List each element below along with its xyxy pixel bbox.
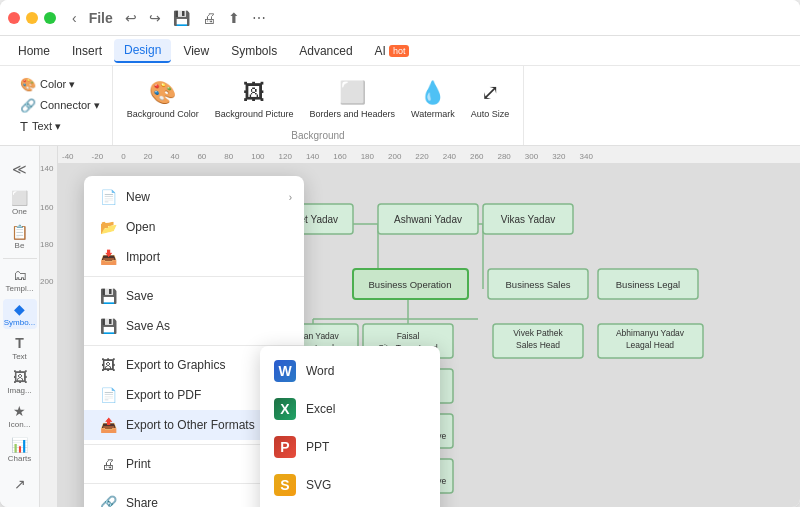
title-nav: ‹ File ↩ ↪ 💾 🖨 ⬆ ⋯	[68, 8, 270, 28]
submenu-excel[interactable]: X Excel	[260, 390, 440, 428]
export-pdf-icon: 📄	[100, 387, 116, 403]
ribbon: 🎨 Color ▾ 🔗 Connector ▾ T Text ▾	[0, 66, 800, 146]
divider-1	[84, 276, 304, 277]
sidebar-item-symbols[interactable]: ◆ Symbo...	[3, 299, 37, 329]
save-label: Save	[126, 289, 153, 303]
svg-text:Business Sales: Business Sales	[506, 279, 571, 290]
import-icon: 📥	[100, 249, 116, 265]
icons-icon: ★	[13, 403, 26, 419]
borders-tool[interactable]: ⬜ Borders and Headers	[303, 71, 401, 127]
bg-color-icon: 🎨	[149, 80, 176, 106]
content-area: -40 -20 0 20 40 60 80 100 120 140 160 18…	[40, 146, 800, 507]
print-button[interactable]: 🖨	[198, 8, 220, 28]
ribbon-format-tools: 🎨 Color ▾ 🔗 Connector ▾ T Text ▾	[16, 70, 104, 141]
sidebar-item-be[interactable]: 📋 Be	[3, 222, 37, 252]
connector-tool[interactable]: 🔗 Connector ▾	[16, 96, 104, 115]
borders-label: Borders and Headers	[309, 109, 395, 119]
ppt-app-icon: P	[274, 436, 296, 458]
maximize-button[interactable]	[44, 12, 56, 24]
file-menu-save-as[interactable]: 💾 Save As	[84, 311, 304, 341]
sidebar-item-icons[interactable]: ★ Icon...	[3, 401, 37, 431]
export-button[interactable]: ⬆	[224, 8, 244, 28]
sidebar-item-extra[interactable]: ↗	[3, 469, 37, 499]
title-bar-left: ‹ File ↩ ↪ 💾 🖨 ⬆ ⋯	[8, 8, 270, 28]
svg-label: SVG	[306, 478, 331, 492]
file-menu-new[interactable]: 📄 New ›	[84, 182, 304, 212]
file-menu-save[interactable]: 💾 Save	[84, 281, 304, 311]
redo-button[interactable]: ↪	[145, 8, 165, 28]
menu-home[interactable]: Home	[8, 40, 60, 62]
save-button[interactable]: 💾	[169, 8, 194, 28]
sidebar-item-text[interactable]: T Text	[3, 333, 37, 363]
bg-picture-tool[interactable]: 🖼 Background Picture	[209, 71, 300, 127]
svg-app-icon: S	[274, 474, 296, 496]
be-icon: 📋	[11, 224, 28, 240]
charts-icon: 📊	[11, 437, 28, 453]
sidebar-item-collapse[interactable]: ≪	[3, 154, 37, 184]
submenu-word[interactable]: W Word	[260, 352, 440, 390]
sidebar-item-templates[interactable]: 🗂 Templ...	[3, 265, 37, 295]
left-sidebar: ≪ ⬜ One 📋 Be 🗂 Templ... ◆ Symbo... T Tex…	[0, 146, 40, 507]
export-other-icon: 📤	[100, 417, 116, 433]
new-arrow: ›	[289, 192, 292, 203]
submenu-svg[interactable]: S SVG	[260, 466, 440, 504]
file-menu-import[interactable]: 📥 Import	[84, 242, 304, 272]
open-label: Open	[126, 220, 155, 234]
nav-back-button[interactable]: ‹	[68, 8, 81, 28]
title-bar: ‹ File ↩ ↪ 💾 🖨 ⬆ ⋯	[0, 0, 800, 36]
bg-color-tool[interactable]: 🎨 Background Color	[121, 71, 205, 127]
menu-symbols[interactable]: Symbols	[221, 40, 287, 62]
export-other-label: Export to Other Formats	[126, 418, 255, 432]
watermark-tool[interactable]: 💧 Watermark	[405, 71, 461, 127]
menu-view[interactable]: View	[173, 40, 219, 62]
sidebar-symbols-label: Symbo...	[4, 318, 36, 327]
open-icon: 📂	[100, 219, 116, 235]
word-label: Word	[306, 364, 334, 378]
color-icon: 🎨	[20, 77, 36, 92]
menu-advanced[interactable]: Advanced	[289, 40, 362, 62]
menu-insert[interactable]: Insert	[62, 40, 112, 62]
watermark-icon: 💧	[419, 80, 446, 106]
connector-icon: 🔗	[20, 98, 36, 113]
borders-icon: ⬜	[339, 80, 366, 106]
format-tool-group: 🎨 Color ▾ 🔗 Connector ▾ T Text ▾	[16, 75, 104, 136]
bg-color-label: Background Color	[127, 109, 199, 119]
svg-text:Business Operation: Business Operation	[369, 279, 452, 290]
close-button[interactable]	[8, 12, 20, 24]
auto-size-tool[interactable]: ⤢ Auto Size	[465, 71, 516, 127]
export-submenu: W Word X Excel P PPT S SVG H Html	[260, 346, 440, 507]
text-label: Text ▾	[32, 120, 61, 133]
excel-app-icon: X	[274, 398, 296, 420]
file-menu-open[interactable]: 📂 Open	[84, 212, 304, 242]
export-graphics-label: Export to Graphics	[126, 358, 225, 372]
color-label: Color ▾	[40, 78, 75, 91]
color-tool[interactable]: 🎨 Color ▾	[16, 75, 104, 94]
sidebar-one-label: One	[12, 207, 27, 216]
background-section-label: Background	[121, 128, 515, 141]
svg-text:Vivek Pathek: Vivek Pathek	[513, 328, 563, 338]
connector-label: Connector ▾	[40, 99, 100, 112]
menu-bar: Home Insert Design View Symbols Advanced…	[0, 36, 800, 66]
sidebar-be-label: Be	[15, 241, 25, 250]
menu-design[interactable]: Design	[114, 39, 171, 63]
new-icon: 📄	[100, 189, 116, 205]
sidebar-item-charts[interactable]: 📊 Charts	[3, 435, 37, 465]
menu-ai[interactable]: AI hot	[365, 40, 420, 62]
minimize-button[interactable]	[26, 12, 38, 24]
ppt-label: PPT	[306, 440, 329, 454]
file-button[interactable]: File	[85, 8, 117, 28]
app-container: ‹ File ↩ ↪ 💾 🖨 ⬆ ⋯ Home Insert Design Vi…	[0, 0, 800, 507]
svg-text:Abhimanyu Yadav: Abhimanyu Yadav	[616, 328, 685, 338]
svg-text:Ashwani Yadav: Ashwani Yadav	[394, 214, 462, 225]
main-area: ≪ ⬜ One 📋 Be 🗂 Templ... ◆ Symbo... T Tex…	[0, 146, 800, 507]
new-label: New	[126, 190, 150, 204]
more-button[interactable]: ⋯	[248, 8, 270, 28]
sidebar-item-one[interactable]: ⬜ One	[3, 188, 37, 218]
sidebar-item-images[interactable]: 🖼 Imag...	[3, 367, 37, 397]
submenu-ppt[interactable]: P PPT	[260, 428, 440, 466]
text-tool[interactable]: T Text ▾	[16, 117, 104, 136]
text-icon: T	[15, 335, 24, 351]
undo-button[interactable]: ↩	[121, 8, 141, 28]
share-icon: 🔗	[100, 495, 116, 507]
images-icon: 🖼	[13, 369, 27, 385]
